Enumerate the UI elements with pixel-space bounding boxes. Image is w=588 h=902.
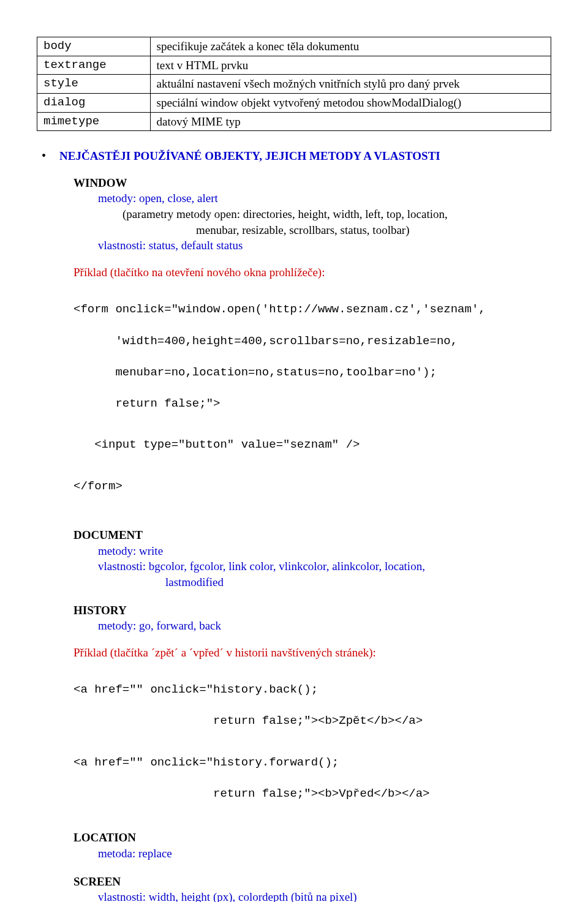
window-params-line2: menubar, resizable, scrollbars, status, … <box>196 222 551 238</box>
code-line: <a href="" onclick="history.back(); <box>74 682 551 698</box>
document-block: DOCUMENT metody: write vlastnosti: bgcol… <box>74 527 551 590</box>
location-block: LOCATION metoda: replace <box>74 830 551 861</box>
code-line: <input type="button" value="seznam" /> <box>74 437 551 453</box>
window-heading: WINDOW <box>74 175 551 191</box>
table-row: style aktuální nastavení všech možných v… <box>37 75 551 94</box>
example1-lead: Příklad (tlačítko na otevření nového okn… <box>74 265 551 280</box>
location-method: metoda: replace <box>98 846 551 862</box>
window-block: WINDOW metody: open, close, alert (param… <box>74 175 551 254</box>
example2-code: <a href="" onclick="history.back(); retu… <box>74 667 551 818</box>
desc-cell: text v HTML prvku <box>150 56 551 75</box>
history-block: HISTORY metody: go, forward, back <box>74 603 551 634</box>
table-row: mimetype datový MIME typ <box>37 112 551 131</box>
bullet-icon: • <box>42 149 46 162</box>
screen-heading: SCREEN <box>74 874 551 890</box>
window-params-line1: (parametry metody open: directories, hei… <box>123 206 551 222</box>
document-props-line2: lastmodified <box>165 574 551 590</box>
code-line: return false;"> <box>74 396 551 412</box>
table-row: body specifikuje začátek a konec těla do… <box>37 37 551 56</box>
code-line: 'width=400,height=400,scrollbars=no,resi… <box>74 334 551 350</box>
history-heading: HISTORY <box>74 603 551 618</box>
term-cell: body <box>37 37 151 56</box>
window-props: vlastnosti: status, default status <box>98 238 551 254</box>
example1-code: <form onclick="window.open('http://www.s… <box>74 287 551 510</box>
example2-lead: Příklad (tlačítka ´zpět´ a ´vpřed´ v his… <box>74 645 551 661</box>
code-line: </form> <box>74 479 551 495</box>
term-cell: textrange <box>37 56 151 75</box>
desc-cell: specifikuje začátek a konec těla dokumen… <box>150 37 551 56</box>
table-row: dialog speciální window objekt vytvořený… <box>37 93 551 112</box>
code-line: <form onclick="window.open('http://www.s… <box>74 302 551 318</box>
document-heading: DOCUMENT <box>74 527 551 543</box>
definitions-table: body specifikuje začátek a konec těla do… <box>37 37 551 131</box>
code-line: return false;"><b>Vpřed</b></a> <box>74 786 551 802</box>
section-bullet: • NEJČASTĚJI POUŽÍVANÉ OBJEKTY, JEJICH M… <box>42 148 551 164</box>
term-cell: mimetype <box>37 112 151 131</box>
window-methods: metody: open, close, alert <box>98 190 551 206</box>
location-heading: LOCATION <box>74 830 551 846</box>
desc-cell: datový MIME typ <box>150 112 551 131</box>
desc-cell: speciální window objekt vytvořený metodo… <box>150 93 551 112</box>
table-row: textrange text v HTML prvku <box>37 56 551 75</box>
screen-block: SCREEN vlastnosti: width, height (px), c… <box>74 874 551 902</box>
document-methods: metody: write <box>98 543 551 559</box>
document-props-line1: vlastnosti: bgcolor, fgcolor, link color… <box>98 558 551 574</box>
code-line: <a href="" onclick="history.forward(); <box>74 755 551 771</box>
code-line: return false;"><b>Zpět</b></a> <box>74 713 551 729</box>
section-heading: NEJČASTĚJI POUŽÍVANÉ OBJEKTY, JEJICH MET… <box>59 148 440 164</box>
screen-props: vlastnosti: width, height (px), colordep… <box>98 889 551 902</box>
term-cell: dialog <box>37 93 151 112</box>
history-methods: metody: go, forward, back <box>98 618 551 634</box>
desc-cell: aktuální nastavení všech možných vnitřní… <box>150 75 551 94</box>
code-line: menubar=no,location=no,status=no,toolbar… <box>74 365 551 381</box>
term-cell: style <box>37 75 151 94</box>
